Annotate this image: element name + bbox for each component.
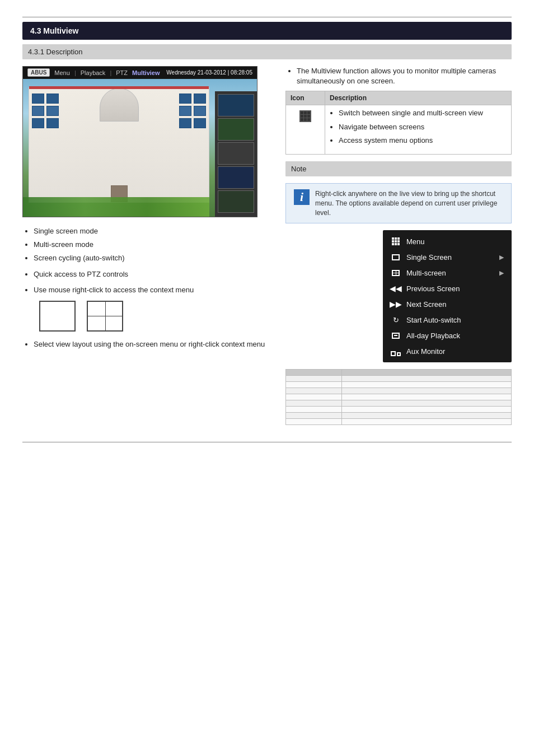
table-row [286, 419, 512, 425]
feature-list-3: Use mouse right-click to access the cont… [34, 285, 269, 295]
aux-monitor-icon [391, 346, 401, 356]
section-bar: 4.3.1 Description [22, 44, 512, 59]
table-row [286, 376, 512, 382]
previous-screen-label: Previous Screen [406, 284, 504, 293]
cam-thumb-5 [218, 190, 254, 213]
multi-screen-label: Multi-screen [406, 269, 494, 277]
right-bullets: The Multiview function allows you to mon… [297, 66, 512, 86]
menu-item-single-screen[interactable]: Single Screen ▶ [383, 249, 512, 265]
desc-bullet-2: Navigate between screens [339, 122, 507, 132]
table-row [286, 394, 512, 400]
cam-right-panel [215, 91, 257, 217]
info-table-header-desc: Description [325, 91, 512, 105]
feature-list-2: Quick access to PTZ controls [34, 269, 269, 279]
vegetation [23, 197, 209, 217]
cam-datetime: Wednesday 21-03-2012 | 08:28:05 [166, 69, 252, 76]
bullet-single-screen: Single screen mode [34, 226, 269, 236]
camera-top-bar: ABUS Menu | Playback | PTZ Multiview Wed… [23, 67, 257, 78]
info-table-icon-cell [286, 105, 325, 155]
info-table: Icon Description [285, 91, 512, 155]
playback-label: All-day Playback [406, 332, 504, 340]
bottom-table [285, 369, 512, 425]
left-column: ABUS Menu | Playback | PTZ Multiview Wed… [22, 66, 269, 425]
desc-bullet-1: Switch between single and multi-screen v… [339, 108, 507, 118]
note-box: i Right-click anywhere on the live view … [285, 183, 512, 223]
screen-mode-icons [39, 301, 269, 332]
cam-nav-ptz[interactable]: PTZ [116, 69, 128, 76]
menu-item-playback[interactable]: All-day Playback [383, 328, 512, 343]
next-screen-label: Next Screen [406, 300, 504, 309]
menu-item-next-screen[interactable]: ▶▶ Next Screen [383, 296, 512, 312]
cam-thumb-4 [218, 166, 254, 189]
table-row [286, 388, 512, 394]
menu-item-multi-screen[interactable]: Multi-screen ▶ [383, 265, 512, 281]
menu-label: Menu [406, 237, 504, 246]
note-section-title: Note [291, 165, 306, 173]
right-bullet-1: The Multiview function allows you to mon… [297, 66, 512, 86]
building-arch [100, 88, 139, 122]
menu-item-aux-monitor[interactable]: Aux Monitor [383, 343, 512, 359]
header-title: 4.3 Multiview [30, 26, 78, 35]
info-table-header-icon: Icon [286, 91, 325, 105]
cam-thumb-2 [218, 118, 254, 141]
single-screen-label: Single Screen [406, 253, 494, 262]
note-text: Right-click anywhere on the live view to… [315, 189, 503, 217]
feature-list-4: Select view layout using the on-screen m… [34, 339, 269, 349]
multi-screen-menu-icon [391, 268, 401, 278]
table-row [286, 400, 512, 407]
cam-nav-menu[interactable]: Menu [54, 69, 70, 76]
desc-bullets: Switch between single and multi-screen v… [339, 108, 507, 146]
section-title: 4.3.1 Description [28, 48, 83, 56]
header-bar: 4.3 Multiview [22, 22, 512, 40]
grid-icon [299, 110, 311, 122]
bottom-table-col1-header [286, 370, 342, 376]
cam-thumb-1 [218, 94, 254, 116]
auto-switch-icon: ↻ [391, 315, 401, 325]
context-menu: Menu Single Screen ▶ [383, 230, 512, 362]
top-rule [22, 17, 512, 17]
multi-screen-arrow: ▶ [499, 269, 504, 277]
prev-screen-icon: ◀◀ [391, 283, 401, 293]
bullet-extra: Select view layout using the on-screen m… [34, 339, 269, 349]
single-screen-icon [39, 301, 76, 332]
bottom-rule [22, 442, 512, 442]
cam-thumb-3 [218, 142, 254, 165]
context-menu-header: Menu [383, 234, 512, 249]
single-screen-menu-icon [391, 252, 401, 262]
info-table-row-1: Switch between single and multi-screen v… [286, 105, 512, 155]
table-row [286, 413, 512, 419]
bullet-ptz: Quick access to PTZ controls [34, 269, 269, 279]
menu-grid-icon [391, 236, 401, 246]
abus-logo: ABUS [27, 68, 50, 77]
menu-item-previous-screen[interactable]: ◀◀ Previous Screen [383, 281, 512, 296]
building-facade [29, 87, 209, 203]
bullet-multi-screen: Multi-screen mode [34, 240, 269, 250]
menu-item-auto-switch[interactable]: ↻ Start Auto-switch [383, 312, 512, 328]
auto-switch-label: Start Auto-switch [406, 316, 504, 324]
camera-screenshot: ABUS Menu | Playback | PTZ Multiview Wed… [22, 66, 257, 217]
playback-icon [391, 330, 401, 340]
table-row [286, 407, 512, 413]
windows-right [179, 94, 206, 128]
next-screen-icon: ▶▶ [391, 299, 401, 309]
bullet-auto-switch: Screen cycling (auto-switch) [34, 253, 269, 263]
note-section-bar: Note [285, 161, 512, 176]
desc-bullet-3: Access system menu options [339, 136, 507, 146]
feature-list-1: Single screen mode Multi-screen mode Scr… [34, 226, 269, 264]
bullet-rightclick: Use mouse right-click to access the cont… [34, 285, 269, 295]
info-icon: i [294, 189, 310, 205]
single-screen-arrow: ▶ [499, 254, 504, 261]
cam-nav-playback[interactable]: Playback [81, 69, 106, 76]
bottom-table-col2-header [342, 370, 512, 376]
main-content: ABUS Menu | Playback | PTZ Multiview Wed… [22, 66, 512, 425]
cam-multiview-label: Multiview [132, 69, 160, 76]
roof-accent [29, 86, 209, 89]
table-row [286, 382, 512, 388]
aux-monitor-label: Aux Monitor [406, 347, 504, 356]
right-column: The Multiview function allows you to mon… [285, 66, 512, 425]
quad-screen-icon [87, 301, 123, 332]
building-image [23, 79, 257, 217]
info-table-desc-cell: Switch between single and multi-screen v… [325, 105, 512, 155]
windows-left [32, 94, 59, 128]
